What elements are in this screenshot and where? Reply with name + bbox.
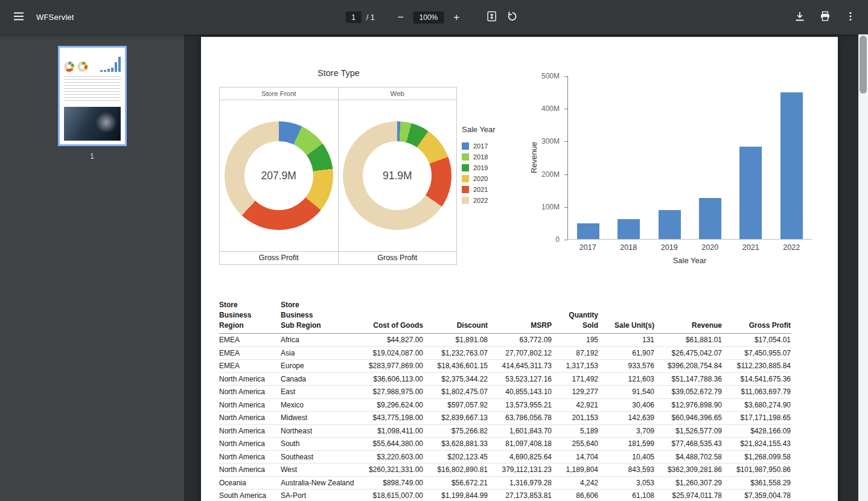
thumb-bar bbox=[100, 70, 103, 72]
table-cell: $27,988,975.00 bbox=[340, 388, 423, 396]
table-cell: 42,921 bbox=[552, 401, 598, 409]
table-cell: $2,839,667.13 bbox=[423, 413, 488, 422]
table-header-cell: Revenue bbox=[654, 321, 722, 331]
table-cell: $3,628,881.33 bbox=[423, 439, 488, 448]
table-cell: North America bbox=[219, 427, 281, 435]
table-header-cell: Quantity Sold bbox=[552, 310, 598, 331]
table-row: South AmericaSA-Port$18,615,007.00$1,199… bbox=[219, 490, 791, 501]
download-button[interactable] bbox=[790, 7, 810, 28]
table-cell: $283,977,869.00 bbox=[340, 362, 423, 370]
rotate-button[interactable] bbox=[502, 7, 522, 28]
zoom-in-button[interactable]: + bbox=[447, 8, 465, 27]
table-cell: EMEA bbox=[219, 336, 281, 344]
table-cell: $1,098,411.00 bbox=[340, 427, 423, 435]
table-row: North AmericaNortheast$1,098,411.00$75,2… bbox=[219, 425, 791, 438]
toolbar-center-group: / 1 − 100% + bbox=[346, 0, 523, 34]
table-header-cell: Sale Unit(s) bbox=[598, 321, 654, 331]
bar-slot bbox=[649, 76, 690, 239]
table-cell: $56,672.21 bbox=[423, 479, 488, 487]
donut-header-store-front: Store Front bbox=[220, 88, 339, 100]
table-cell: 171,492 bbox=[552, 375, 598, 383]
table-cell: $898,749.00 bbox=[340, 479, 423, 487]
table-cell: $36,606,113.00 bbox=[340, 375, 423, 383]
table-cell: 414,645,311.73 bbox=[488, 362, 552, 370]
table-cell: $26,475,042.07 bbox=[654, 349, 722, 357]
bar-slot bbox=[608, 76, 649, 239]
table-cell: $1,199,844.99 bbox=[423, 491, 488, 500]
table-cell: $597,057.92 bbox=[423, 401, 488, 409]
page-count-label: / 1 bbox=[366, 13, 375, 22]
more-options-button[interactable] bbox=[840, 7, 861, 28]
table-cell: North America bbox=[219, 465, 281, 474]
thumbnail-sidebar: 1 bbox=[0, 34, 184, 501]
table-cell: 27,707,802.12 bbox=[488, 349, 552, 357]
fit-to-page-button[interactable] bbox=[481, 7, 502, 28]
thumbnail-photo-preview bbox=[64, 107, 121, 141]
table-cell: 5,189 bbox=[552, 427, 598, 435]
vertical-scrollbar[interactable] bbox=[858, 34, 868, 501]
table-cell: $44,827.00 bbox=[340, 336, 423, 344]
print-button[interactable] bbox=[815, 7, 835, 28]
table-cell: $3,680,274.90 bbox=[722, 401, 791, 409]
table-cell: 40,855,143.10 bbox=[488, 388, 552, 396]
table-cell: $396,208,754.84 bbox=[654, 362, 722, 370]
fit-to-page-icon bbox=[485, 10, 497, 24]
table-body: EMEAAfrica$44,827.00$1,891.0863,772.0919… bbox=[219, 334, 791, 501]
table-cell: $75,266.82 bbox=[423, 427, 488, 435]
y-tick-label: 400M bbox=[528, 104, 567, 113]
donut-total-store-front: 207.9M bbox=[244, 141, 313, 210]
viewer-main: 1 Store Type Store Front Web 207.9M bbox=[0, 34, 868, 501]
table-cell: 4,242 bbox=[552, 479, 598, 487]
download-icon bbox=[794, 10, 806, 24]
table-cell: 3,709 bbox=[598, 427, 654, 435]
bar-2021 bbox=[739, 147, 762, 239]
table-cell: Africa bbox=[281, 336, 340, 344]
y-tick-label: 500M bbox=[528, 71, 567, 81]
table-cell: Canada bbox=[281, 375, 340, 383]
table-cell: $361,558.29 bbox=[722, 479, 791, 487]
legend-item: 2020 bbox=[462, 173, 496, 184]
zoom-out-button[interactable]: − bbox=[392, 8, 410, 27]
table-cell: Midwest bbox=[281, 413, 340, 422]
scrollbar-thumb[interactable] bbox=[860, 36, 867, 94]
page-number-input[interactable] bbox=[346, 11, 362, 23]
bar-2018 bbox=[617, 219, 640, 239]
table-cell: $428,166.09 bbox=[722, 427, 791, 435]
table-cell: 53,523,127.16 bbox=[488, 375, 552, 383]
y-tick-label: 200M bbox=[528, 170, 567, 179]
donut-panel: Store Front Web 207.9M 91.9M bbox=[219, 87, 457, 265]
bar-plot bbox=[567, 76, 812, 240]
rotate-counterclockwise-icon bbox=[506, 10, 518, 24]
table-cell: 1,317,153 bbox=[552, 362, 598, 370]
table-cell: 1,601,843.70 bbox=[488, 427, 552, 435]
table-header-cell: Cost of Goods bbox=[340, 321, 423, 331]
table-cell: $17,054.01 bbox=[722, 336, 791, 344]
more-vertical-icon bbox=[845, 11, 856, 24]
table-cell: $260,321,331.00 bbox=[340, 465, 423, 474]
table-row: EMEAAfrica$44,827.00$1,891.0863,772.0919… bbox=[219, 334, 791, 347]
hamburger-menu-icon bbox=[13, 11, 24, 24]
x-tick-label: 2020 bbox=[690, 243, 731, 252]
table-cell: 181,599 bbox=[598, 439, 654, 448]
legend-swatch bbox=[462, 197, 469, 204]
legend-item: 2021 bbox=[462, 184, 496, 195]
legend-swatch bbox=[462, 175, 469, 182]
table-cell: 121,603 bbox=[598, 375, 654, 383]
document-title: WFServlet bbox=[36, 13, 74, 22]
hamburger-menu-button[interactable] bbox=[8, 7, 29, 28]
toolbar-right-group bbox=[790, 7, 868, 28]
thumb-bar bbox=[107, 69, 110, 72]
legend-label: 2019 bbox=[473, 164, 488, 171]
thumb-bars bbox=[100, 54, 121, 72]
table-header-row: Store Business RegionStore Business Sub … bbox=[219, 300, 791, 334]
table-cell: 255,640 bbox=[552, 439, 598, 448]
table-cell: $1,260,307.29 bbox=[654, 479, 722, 487]
page-thumbnail[interactable]: 1 bbox=[58, 46, 127, 161]
table-cell: 933,576 bbox=[598, 362, 654, 370]
table-cell: 81,097,408.18 bbox=[488, 439, 552, 448]
legend-label: 2022 bbox=[473, 197, 488, 204]
legend-swatch bbox=[462, 153, 469, 161]
table-cell: $25,974,011.78 bbox=[654, 491, 722, 500]
table-cell: South bbox=[281, 439, 340, 448]
table-cell: $51,147,788.36 bbox=[654, 375, 722, 383]
